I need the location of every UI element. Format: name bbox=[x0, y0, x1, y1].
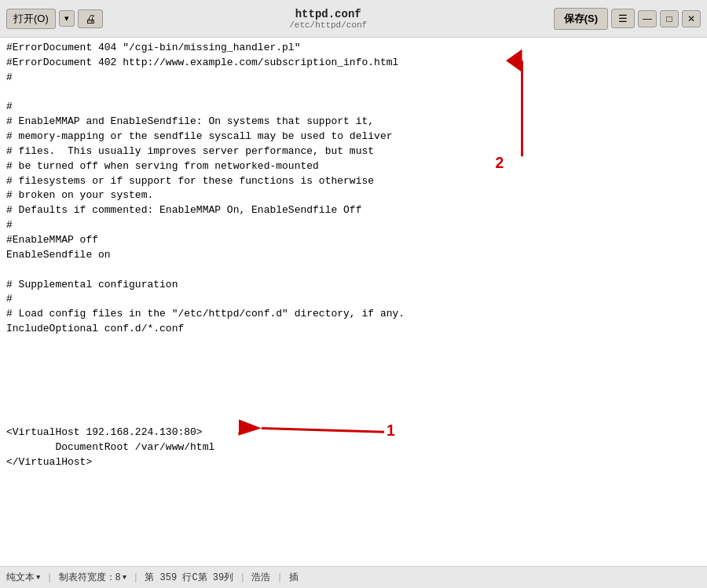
position-label: 第 359 行C第 39列 bbox=[145, 571, 233, 584]
open-label: 打开(O) bbox=[13, 12, 49, 26]
sep1: | bbox=[46, 572, 52, 583]
maximize-button[interactable]: □ bbox=[660, 10, 679, 27]
editor-area[interactable]: #ErrorDocument 404 "/cgi-bin/missing_han… bbox=[0, 38, 707, 566]
editor-content[interactable]: #ErrorDocument 404 "/cgi-bin/missing_han… bbox=[6, 41, 701, 563]
sep4: | bbox=[277, 572, 282, 583]
insert-mode: 插 bbox=[289, 571, 299, 584]
printer-button[interactable]: 🖨 bbox=[78, 9, 103, 28]
open-button[interactable]: 打开(O) bbox=[6, 9, 56, 29]
titlebar-left: 打开(O) ▾ 🖨 bbox=[6, 9, 103, 29]
maximize-icon: □ bbox=[666, 13, 672, 24]
sep3: | bbox=[240, 572, 245, 583]
position-info: 第 359 行C第 39列 bbox=[145, 571, 233, 584]
text-type-dropdown[interactable]: 纯文本 bbox=[6, 571, 40, 584]
tab-width-label: 制表符宽度：8 bbox=[59, 571, 121, 584]
text-type-label: 纯文本 bbox=[6, 571, 35, 584]
minimize-icon: — bbox=[643, 13, 652, 24]
menu-icon: ☰ bbox=[618, 13, 628, 24]
titlebar-center: httpd.conf /etc/httpd/conf bbox=[103, 8, 554, 30]
titlebar: 打开(O) ▾ 🖨 httpd.conf /etc/httpd/conf 保存(… bbox=[0, 0, 707, 38]
window-filepath: /etc/httpd/conf bbox=[103, 20, 554, 30]
statusbar: 纯文本 | 制表符宽度：8 | 第 359 行C第 39列 | 浩浩 | 插 bbox=[0, 566, 707, 588]
save-button[interactable]: 保存(S) bbox=[554, 8, 608, 30]
encoding-info: 浩浩 bbox=[251, 571, 270, 584]
sep2: | bbox=[133, 572, 138, 583]
tab-width-dropdown[interactable]: 制表符宽度：8 bbox=[59, 571, 127, 584]
window-filename: httpd.conf bbox=[103, 8, 554, 20]
minimize-button[interactable]: — bbox=[638, 10, 657, 27]
printer-icon: 🖨 bbox=[85, 13, 96, 25]
close-icon: ✕ bbox=[687, 13, 695, 24]
dropdown-icon: ▾ bbox=[64, 13, 69, 23]
close-button[interactable]: ✕ bbox=[682, 10, 701, 27]
insert-label: 插 bbox=[289, 571, 299, 584]
open-dropdown-button[interactable]: ▾ bbox=[59, 10, 75, 27]
encoding-label: 浩浩 bbox=[251, 571, 270, 584]
menu-button[interactable]: ☰ bbox=[611, 9, 635, 28]
titlebar-right: 保存(S) ☰ — □ ✕ bbox=[554, 8, 701, 30]
